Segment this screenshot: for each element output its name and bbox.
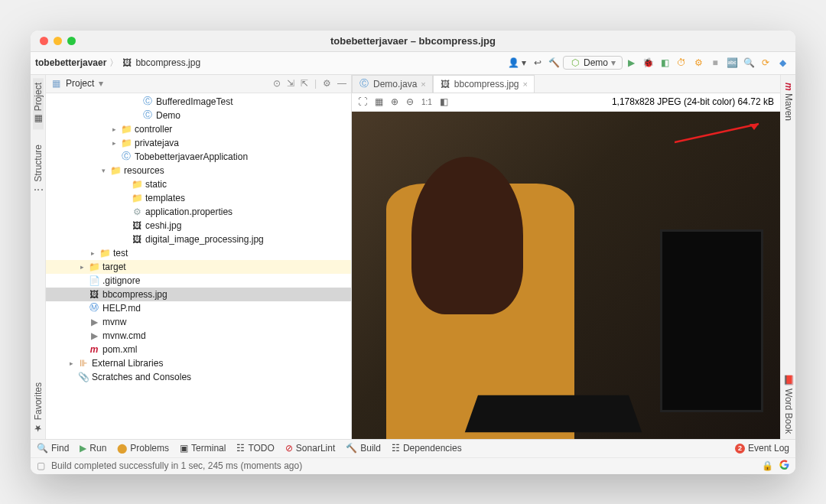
favorites-tool-tab[interactable]: ★Favorites <box>33 378 44 438</box>
tree-node-label: TobebetterjavaerApplication <box>135 151 248 162</box>
tree-node[interactable]: 🖼ceshi.jpg <box>46 219 351 232</box>
tree-node[interactable]: 📎Scratches and Consoles <box>46 370 351 384</box>
file-type-icon: ⊪ <box>78 358 89 369</box>
tree-node[interactable]: ▶mvnw <box>46 315 351 329</box>
build-tool-button[interactable]: 🔨Build <box>346 443 381 454</box>
tree-arrow-icon[interactable]: ▸ <box>110 139 118 147</box>
coverage-button[interactable]: ◧ <box>656 56 673 70</box>
dependencies-tool-button[interactable]: ☷Dependencies <box>392 443 462 454</box>
bottom-tool-bar: 🔍Find ▶Run ⬤Problems ▣Terminal ☷TODO ⊘So… <box>31 439 795 457</box>
project-tool-tab[interactable]: ▦Project <box>33 78 44 129</box>
tree-arrow-icon[interactable]: ▾ <box>99 167 107 174</box>
zoom-out-button[interactable]: ⊖ <box>406 96 414 107</box>
actual-size-button[interactable]: 1:1 <box>421 98 432 106</box>
run-button[interactable]: ▶ <box>623 56 639 70</box>
tree-node[interactable]: ▸📁privatejava <box>46 136 351 150</box>
minimize-window-button[interactable] <box>54 37 62 45</box>
terminal-tool-button[interactable]: ▣Terminal <box>180 443 226 454</box>
select-opened-file-button[interactable]: ⊙ <box>273 78 281 89</box>
tree-node[interactable]: ⒸTobebetterjavaerApplication <box>46 150 351 164</box>
tree-arrow-icon[interactable]: ▸ <box>78 263 86 271</box>
fit-button[interactable]: ⛶ <box>358 96 367 107</box>
attach-button[interactable]: ⚙ <box>690 56 707 70</box>
grid-button[interactable]: ▦ <box>375 96 383 107</box>
search-everywhere-button[interactable]: 🔍 <box>740 56 757 70</box>
tree-node[interactable]: ▸⊪External Libraries <box>46 356 351 370</box>
color-picker-button[interactable]: ◧ <box>440 96 448 107</box>
back-button[interactable]: ↩ <box>529 56 546 70</box>
run-config-selector[interactable]: ⬡ Demo ▾ <box>563 56 623 70</box>
tree-node[interactable]: 📄.gitignore <box>46 274 351 288</box>
hammer-build-button[interactable]: 🔨 <box>546 56 563 70</box>
breadcrumb-root[interactable]: tobebetterjavaer <box>35 57 106 68</box>
stop-button[interactable]: ■ <box>707 56 724 70</box>
tool-windows-button[interactable]: ▢ <box>37 460 45 471</box>
editor-tab[interactable]: ⒸDemo.java× <box>352 75 433 93</box>
tree-node-label: target <box>102 262 126 272</box>
tree-node[interactable]: 📁templates <box>46 191 351 205</box>
debug-button[interactable]: 🐞 <box>639 56 656 70</box>
tree-node[interactable]: ⚙application.properties <box>46 205 351 219</box>
profile-icon: ⏱ <box>676 57 687 68</box>
find-tool-button[interactable]: 🔍Find <box>37 443 69 454</box>
tree-node[interactable]: ▸📁target <box>46 260 351 274</box>
collapse-all-button[interactable]: ⇱ <box>301 78 308 89</box>
maximize-window-button[interactable] <box>67 37 76 45</box>
breadcrumb-file[interactable]: bbcompress.jpg <box>135 57 200 68</box>
project-pane-title[interactable]: Project <box>66 78 94 89</box>
lock-icon[interactable]: 🔒 <box>762 460 773 471</box>
close-window-button[interactable] <box>40 37 48 45</box>
tree-node-label: BufferedImageTest <box>156 96 233 107</box>
profile-button[interactable]: ⏱ <box>673 56 690 70</box>
editor-pane: ⒸDemo.java×🖼bbcompress.jpg× ⛶ ▦ ⊕ ⊖ 1:1 … <box>352 75 780 439</box>
tree-node[interactable]: mpom.xml <box>46 343 351 356</box>
tree-node-label: Demo <box>156 110 180 121</box>
structure-tool-tab[interactable]: ⋮Structure <box>33 140 44 199</box>
tree-node[interactable]: ⓂHELP.md <box>46 301 351 315</box>
settings-gear-button[interactable]: ⚙ <box>323 78 331 89</box>
tree-node[interactable]: 🖼bbcompress.jpg <box>46 288 351 301</box>
tree-node-label: privatejava <box>135 138 179 148</box>
breadcrumb[interactable]: tobebetterjavaer 〉 🖼 bbcompress.jpg <box>35 57 200 70</box>
tree-node[interactable]: ▾📁resources <box>46 164 351 177</box>
editor-tab[interactable]: 🖼bbcompress.jpg× <box>433 75 535 93</box>
todo-tool-button[interactable]: ☷TODO <box>236 443 274 454</box>
tree-node-label: mvnw <box>102 317 126 327</box>
run-tool-button[interactable]: ▶Run <box>80 443 106 454</box>
tree-node-label: digital_image_processing.jpg <box>145 234 264 245</box>
image-viewer[interactable] <box>352 112 780 439</box>
word-book-tool-tab[interactable]: 📕Word Book <box>783 369 794 438</box>
tree-node[interactable]: ▸📁test <box>46 246 351 260</box>
event-log-button[interactable]: 2Event Log <box>735 443 789 454</box>
tree-arrow-icon[interactable]: ▸ <box>89 249 96 257</box>
translate-button[interactable]: 🔤 <box>724 56 740 70</box>
terminal-icon: ▣ <box>180 443 188 454</box>
close-tab-button[interactable]: × <box>523 80 528 89</box>
warning-icon: ⬤ <box>117 443 127 454</box>
file-type-icon: 📁 <box>121 124 132 135</box>
tree-node[interactable]: ⒸDemo <box>46 109 351 122</box>
tree-arrow-icon[interactable]: ▸ <box>67 359 75 367</box>
tree-node[interactable]: ▶mvnw.cmd <box>46 329 351 343</box>
project-tree[interactable]: ⒸBufferedImageTestⒸDemo▸📁controller▸📁pri… <box>46 93 351 439</box>
hide-pane-button[interactable]: — <box>337 78 346 89</box>
sonarlint-tool-button[interactable]: ⊘SonarLint <box>285 443 335 454</box>
tree-node[interactable]: 🖼digital_image_processing.jpg <box>46 232 351 246</box>
maven-tool-tab[interactable]: mMaven <box>783 78 794 126</box>
zoom-in-button[interactable]: ⊕ <box>391 96 398 107</box>
close-tab-button[interactable]: × <box>421 80 425 89</box>
tree-node[interactable]: 📁static <box>46 177 351 191</box>
settings-button[interactable]: ◆ <box>774 56 791 70</box>
tree-node[interactable]: ⒸBufferedImageTest <box>46 95 351 109</box>
file-type-icon: 🖼 <box>89 289 99 300</box>
sync-button[interactable]: ⟳ <box>757 56 774 70</box>
chevron-down-icon[interactable]: ▾ <box>99 78 103 89</box>
tree-node[interactable]: ▸📁controller <box>46 122 351 136</box>
expand-all-button[interactable]: ⇲ <box>287 78 294 89</box>
file-type-icon: 📄 <box>89 275 99 286</box>
google-icon[interactable] <box>779 460 789 472</box>
status-bar: ▢ Build completed successfully in 1 sec,… <box>31 457 795 474</box>
tree-arrow-icon[interactable]: ▸ <box>110 125 118 133</box>
problems-tool-button[interactable]: ⬤Problems <box>117 443 169 454</box>
user-dropdown-button[interactable]: 👤▾ <box>506 56 529 70</box>
